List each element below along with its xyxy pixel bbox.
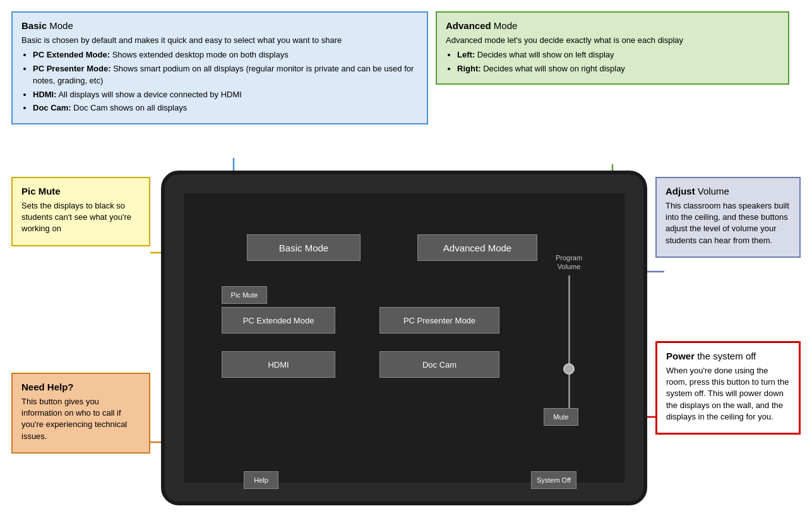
pc-extended-mode-button[interactable]: PC Extended Mode (222, 307, 335, 334)
device-panel: Basic Mode Advanced Mode Pic Mute PC Ext… (161, 171, 647, 505)
callout-advanced-mode: Advanced Mode Advanced mode let's you de… (436, 11, 789, 85)
list-item: PC Extended Mode: Shows extended desktop… (33, 49, 418, 61)
callout-volume: Adjust Volume This classroom has speaker… (655, 177, 801, 258)
callout-basic-title: Basic Mode (21, 20, 418, 31)
callout-help-body: This button gives you information on who… (21, 396, 140, 442)
callout-advanced-subtitle: Advanced mode let's you decide exactly w… (446, 35, 779, 46)
device-screen: Basic Mode Advanced Mode Pic Mute PC Ext… (184, 193, 624, 483)
pc-presenter-mode-button[interactable]: PC Presenter Mode (379, 307, 499, 334)
list-item: Right: Decides what will show on right d… (457, 63, 779, 75)
callout-basic-subtitle: Basic is chosen by default and makes it … (21, 35, 418, 46)
hdmi-button[interactable]: HDMI (222, 351, 335, 378)
pic-mute-button[interactable]: Pic Mute (222, 286, 267, 304)
callout-power-body: When you're done using the room, press t… (666, 365, 790, 423)
callout-volume-title: Adjust Volume (666, 186, 791, 196)
advanced-mode-button[interactable]: Advanced Mode (417, 234, 537, 261)
callout-advanced-title: Advanced Mode (446, 20, 779, 31)
list-item: PC Presenter Mode: Shows smart podium on… (33, 63, 418, 87)
system-off-button[interactable]: System Off (531, 471, 576, 489)
list-item: Doc Cam: Doc Cam shows on all displays (33, 102, 418, 114)
list-item: Left: Decides what will show on left dis… (457, 49, 779, 61)
volume-track[interactable] (568, 275, 570, 418)
volume-label: Program Volume (556, 253, 582, 272)
list-item: HDMI: All displays will show a device co… (33, 88, 418, 101)
callout-picmute-title: Pic Mute (21, 186, 140, 196)
basic-mode-button[interactable]: Basic Mode (247, 234, 361, 261)
callout-advanced-list: Left: Decides what will show on left dis… (457, 49, 779, 75)
callout-pic-mute: Pic Mute Sets the displays to black so s… (11, 177, 150, 246)
callout-power-title: Power the system off (666, 351, 790, 361)
callout-basic-mode: Basic Mode Basic is chosen by default an… (11, 11, 428, 124)
callout-picmute-body: Sets the displays to black so students c… (21, 200, 140, 235)
callout-help: Need Help? This button gives you informa… (11, 373, 150, 454)
mute-button[interactable]: Mute (544, 408, 578, 426)
volume-area: Program Volume (550, 253, 588, 418)
help-button[interactable]: Help (244, 471, 278, 489)
callout-help-title: Need Help? (21, 382, 140, 392)
callout-volume-body: This classroom has speakers built into t… (666, 200, 791, 246)
doc-cam-button[interactable]: Doc Cam (379, 351, 499, 378)
callout-basic-list: PC Extended Mode: Shows extended desktop… (33, 49, 418, 114)
volume-knob[interactable] (563, 363, 575, 375)
callout-power: Power the system off When you're done us… (655, 341, 801, 435)
